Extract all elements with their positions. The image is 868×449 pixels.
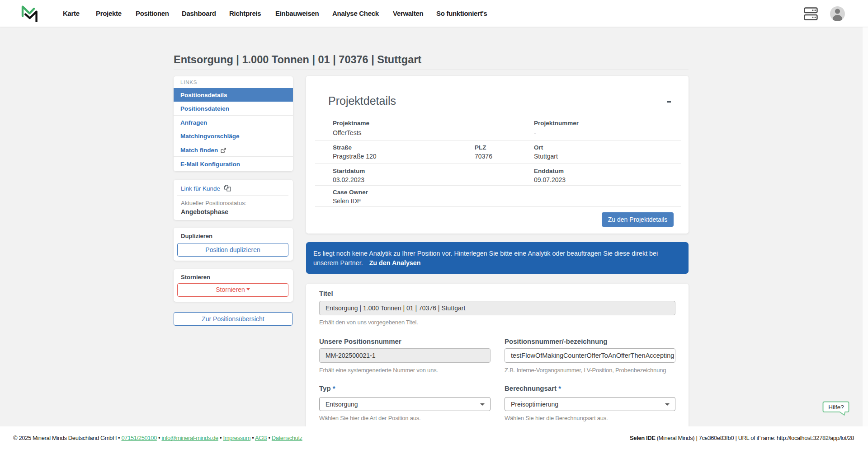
svg-text:Hilfe?: Hilfe? <box>828 404 844 411</box>
